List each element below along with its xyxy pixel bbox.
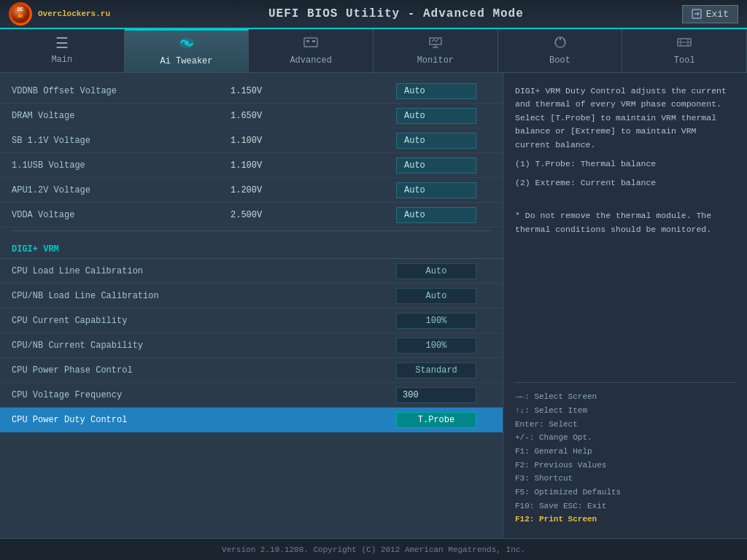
- help-item-1: (1) T.Probe: Thermal balance: [515, 158, 735, 171]
- 11usb-label: 1.1USB Voltage: [12, 160, 231, 171]
- setting-11usb: 1.1USB Voltage 1.100V Auto: [0, 153, 503, 178]
- tab-tool-label: Tool: [674, 55, 695, 66]
- navigation-tabs: ☰ Main Ai Tweaker Advanced: [0, 29, 747, 73]
- shortcut-f2: F2: Previous Values: [515, 459, 735, 472]
- tab-ai-tweaker[interactable]: Ai Tweaker: [125, 29, 249, 72]
- footer-text: Version 2.10.1208. Copyright (C) 2012 Am…: [222, 545, 525, 554]
- tab-boot[interactable]: Boot: [498, 29, 623, 72]
- cpu-ppc-control: Standard: [289, 362, 491, 378]
- setting-vdda: VDDA Voltage 2.500V Auto: [0, 203, 503, 228]
- vddnb-control: Auto: [289, 83, 491, 99]
- cpu-vf-input[interactable]: [396, 387, 476, 403]
- section-separator: [12, 230, 491, 231]
- setting-cpu-vf: CPU Voltage Frequency: [0, 383, 503, 408]
- main-content: VDDNB Offset Voltage 1.150V Auto DRAM Vo…: [0, 73, 747, 538]
- shortcut-enter: Enter: Select: [515, 418, 735, 432]
- vdda-dropdown[interactable]: Auto: [396, 207, 476, 223]
- tab-advanced[interactable]: Advanced: [249, 29, 374, 72]
- vdda-value: 2.500V: [231, 210, 289, 220]
- cpu-ppc-btn[interactable]: Standard: [396, 362, 476, 378]
- shortcut-screen: →←: Select Screen: [515, 390, 735, 404]
- cpu-llc-btn[interactable]: Auto: [396, 263, 476, 279]
- cpunb-llc-btn[interactable]: Auto: [396, 288, 476, 304]
- tab-monitor[interactable]: Monitor: [374, 29, 498, 72]
- cpu-vf-label: CPU Voltage Frequency: [12, 390, 231, 400]
- tab-main-label: Main: [51, 55, 72, 65]
- monitor-icon: [427, 36, 444, 52]
- cpunb-cc-label: CPU/NB Current Capability: [12, 341, 231, 351]
- tab-tool[interactable]: Tool: [622, 29, 747, 72]
- cpu-cc-control: 100%: [289, 313, 491, 329]
- shortcut-f1: F1: General Help: [515, 445, 735, 459]
- setting-sb11v: SB 1.1V Voltage 1.100V Auto: [0, 128, 503, 153]
- shortcut-f5: F5: Optimized Defaults: [515, 486, 735, 499]
- tab-monitor-label: Monitor: [417, 55, 454, 66]
- tab-main[interactable]: ☰ Main: [0, 29, 125, 72]
- cpunb-cc-btn[interactable]: 100%: [396, 338, 476, 354]
- help-main-text: DIGI+ VRM Duty Control adjusts the curre…: [515, 85, 735, 152]
- svg-point-6: [185, 41, 189, 45]
- tab-ai-tweaker-label: Ai Tweaker: [160, 56, 213, 66]
- help-item-2: (2) Extreme: Current balance: [515, 176, 735, 190]
- logo-area: OC RU Overclockers.ru: [9, 2, 110, 26]
- digi-vrm-section: DIGI+ VRM: [0, 234, 503, 259]
- shortcut-f10: F10: Save ESC: Exit: [515, 499, 735, 513]
- sb11v-value: 1.100V: [231, 136, 289, 146]
- vdda-control: Auto: [289, 207, 491, 223]
- setting-apu12v: APU1.2V Voltage 1.200V Auto: [0, 178, 503, 203]
- 11usb-control: Auto: [289, 158, 491, 174]
- vddnb-label: VDDNB Offset Voltage: [12, 86, 231, 96]
- cpu-llc-label: CPU Load Line Calibration: [12, 266, 231, 276]
- sb11v-label: SB 1.1V Voltage: [12, 136, 231, 146]
- cpu-vf-control: [289, 387, 491, 403]
- setting-cpu-llc: CPU Load Line Calibration Auto: [0, 259, 503, 284]
- apu12v-dropdown[interactable]: Auto: [396, 182, 476, 198]
- svg-text:RU: RU: [18, 15, 23, 19]
- vddnb-value: 1.150V: [231, 86, 289, 96]
- settings-panel: VDDNB Offset Voltage 1.150V Auto DRAM Vo…: [0, 73, 503, 538]
- svg-rect-8: [306, 40, 309, 42]
- setting-cpu-pdc[interactable]: CPU Power Duty Control T.Probe: [0, 408, 503, 432]
- dram-label: DRAM Voltage: [12, 111, 231, 121]
- sb11v-dropdown[interactable]: Auto: [396, 133, 476, 149]
- help-panel: DIGI+ VRM Duty Control adjusts the curre…: [503, 73, 747, 538]
- 11usb-dropdown[interactable]: Auto: [396, 158, 476, 174]
- cpu-ppc-label: CPU Power Phase Control: [12, 365, 231, 376]
- shortcut-item: ↑↓: Select Item: [515, 404, 735, 418]
- footer: Version 2.10.1208. Copyright (C) 2012 Am…: [0, 538, 747, 560]
- setting-cpu-cc: CPU Current Capability 100%: [0, 308, 503, 333]
- shortcut-f12: F12: Print Screen: [515, 513, 735, 526]
- cpunb-llc-label: CPU/NB Load Line Calibration: [12, 291, 231, 301]
- main-icon: ☰: [55, 37, 69, 52]
- svg-rect-9: [312, 40, 315, 42]
- cpunb-llc-control: Auto: [289, 288, 491, 304]
- shortcut-change: +/-: Change Opt.: [515, 431, 735, 445]
- cpu-cc-btn[interactable]: 100%: [396, 313, 476, 329]
- logo-text: Overclockers.ru: [38, 9, 110, 18]
- setting-dram: DRAM Voltage 1.650V Auto: [0, 104, 503, 128]
- cpu-cc-label: CPU Current Capability: [12, 316, 231, 326]
- vddnb-dropdown[interactable]: Auto: [396, 83, 476, 99]
- setting-cpunb-llc: CPU/NB Load Line Calibration Auto: [0, 284, 503, 308]
- dram-dropdown[interactable]: Auto: [396, 108, 476, 124]
- setting-cpunb-cc: CPU/NB Current Capability 100%: [0, 333, 503, 358]
- dram-control: Auto: [289, 108, 491, 124]
- keyboard-shortcuts: →←: Select Screen ↑↓: Select Item Enter:…: [515, 382, 735, 526]
- svg-rect-7: [304, 38, 317, 47]
- settings-scroll-area[interactable]: VDDNB Offset Voltage 1.150V Auto DRAM Vo…: [0, 73, 503, 538]
- setting-cpu-ppc: CPU Power Phase Control Standard: [0, 358, 503, 383]
- setting-vddnb: VDDNB Offset Voltage 1.150V Auto: [0, 79, 503, 104]
- dram-value: 1.650V: [231, 111, 289, 121]
- apu12v-value: 1.200V: [231, 185, 289, 195]
- ai-tweaker-icon: [178, 36, 196, 53]
- sb11v-control: Auto: [289, 133, 491, 149]
- apu12v-control: Auto: [289, 182, 491, 198]
- header-title: UEFI BIOS Utility - Advanced Mode: [268, 7, 524, 20]
- tab-advanced-label: Advanced: [290, 55, 332, 66]
- vdda-label: VDDA Voltage: [12, 210, 231, 220]
- exit-button[interactable]: Exit: [682, 5, 738, 23]
- exit-label: Exit: [706, 9, 729, 20]
- apu12v-label: APU1.2V Voltage: [12, 185, 231, 195]
- exit-icon: [692, 9, 702, 19]
- cpu-pdc-btn[interactable]: T.Probe: [396, 412, 476, 428]
